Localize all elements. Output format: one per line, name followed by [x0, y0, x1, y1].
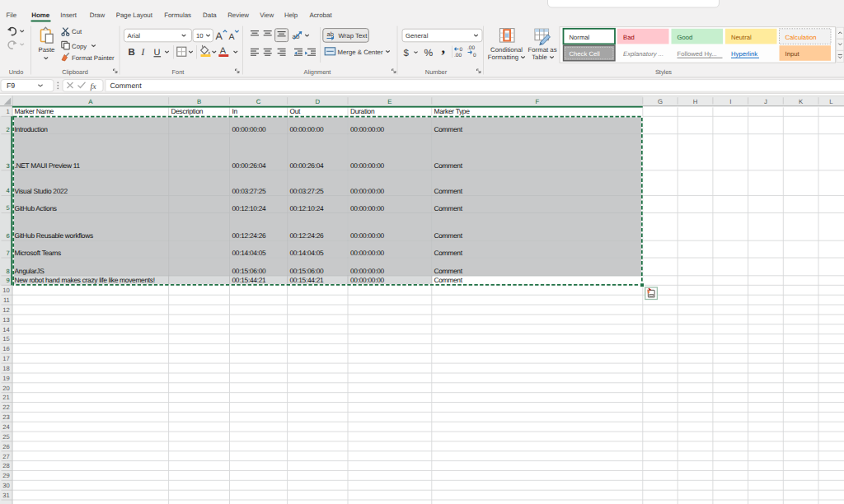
svg-text:Visual Studio 2022: Visual Studio 2022	[15, 187, 68, 195]
svg-text:Paste: Paste	[39, 46, 55, 54]
svg-text:31: 31	[2, 492, 9, 499]
svg-text:00:00:00:00: 00:00:00:00	[350, 187, 385, 195]
svg-text:Page Layout: Page Layout	[116, 12, 153, 19]
svg-text:24: 24	[2, 423, 9, 431]
svg-text:00:12:10:24: 00:12:10:24	[290, 204, 325, 212]
svg-text:00:15:44:21: 00:15:44:21	[290, 276, 325, 284]
svg-text:Font: Font	[172, 68, 185, 76]
svg-text:00:12:24:26: 00:12:24:26	[232, 231, 267, 240]
svg-text:Comment: Comment	[434, 204, 463, 212]
svg-text:A: A	[229, 32, 235, 42]
svg-text:,: ,	[442, 40, 446, 56]
svg-text:Format as: Format as	[528, 46, 556, 54]
svg-text:Review: Review	[227, 12, 249, 19]
svg-text:Cut: Cut	[72, 28, 82, 35]
svg-text:00:00:00:00: 00:00:00:00	[350, 125, 385, 133]
svg-text:E: E	[387, 98, 392, 105]
svg-text:00:03:27:25: 00:03:27:25	[232, 187, 267, 195]
svg-text:Comment: Comment	[434, 276, 463, 284]
svg-text:00:15:44:21: 00:15:44:21	[232, 276, 267, 284]
svg-text:14: 14	[2, 326, 9, 334]
svg-text:A: A	[216, 30, 223, 42]
svg-text:View: View	[260, 12, 274, 19]
svg-text:00:00:00:00: 00:00:00:00	[350, 204, 385, 212]
svg-text:Formatting: Formatting	[488, 54, 518, 61]
svg-text:Arial: Arial	[128, 32, 141, 40]
svg-text:7: 7	[7, 250, 10, 257]
svg-text:Normal: Normal	[570, 34, 590, 41]
svg-text:B: B	[197, 98, 201, 105]
svg-text:AngularJS: AngularJS	[15, 267, 45, 275]
svg-text:29: 29	[2, 472, 9, 479]
svg-text:00:03:27:25: 00:03:27:25	[290, 187, 325, 195]
svg-text:23: 23	[2, 413, 9, 421]
svg-text:Alignment: Alignment	[304, 68, 331, 76]
svg-text:Neutral: Neutral	[731, 34, 752, 41]
svg-text:Conditional: Conditional	[490, 46, 523, 54]
svg-text:00:00:26:04: 00:00:26:04	[290, 161, 325, 170]
svg-text:22: 22	[2, 404, 9, 411]
svg-text:Styles: Styles	[655, 68, 672, 76]
svg-text:Merge & Center: Merge & Center	[338, 49, 383, 56]
svg-text:0: 0	[473, 53, 476, 58]
svg-text:20: 20	[2, 385, 9, 392]
svg-text:Comment: Comment	[434, 231, 463, 240]
svg-text:00:00:00:00: 00:00:00:00	[350, 267, 385, 275]
svg-text:General: General	[406, 32, 429, 40]
svg-text:U: U	[154, 48, 161, 58]
svg-text:30: 30	[2, 482, 9, 489]
svg-text:Input: Input	[785, 50, 800, 58]
svg-text:00:00:00:00: 00:00:00:00	[232, 125, 267, 133]
svg-text:00:15:06:00: 00:15:06:00	[290, 267, 325, 275]
svg-text:21: 21	[2, 394, 9, 401]
svg-text:File: File	[6, 12, 16, 19]
svg-text:A: A	[88, 98, 93, 105]
svg-text:Comment: Comment	[434, 249, 463, 257]
svg-text:I: I	[729, 98, 731, 105]
svg-text:Format Painter: Format Painter	[72, 54, 115, 62]
svg-text:Hyperlink: Hyperlink	[731, 50, 757, 58]
svg-text:.00: .00	[454, 53, 462, 58]
svg-text:00:14:04:05: 00:14:04:05	[232, 249, 267, 257]
svg-text:L: L	[829, 98, 833, 105]
svg-text:F9: F9	[7, 82, 15, 90]
svg-text:J: J	[764, 98, 767, 105]
svg-text:Comment: Comment	[434, 267, 463, 275]
svg-text:C: C	[256, 98, 261, 105]
svg-text:00:00:00:00: 00:00:00:00	[350, 249, 385, 257]
svg-text:15: 15	[2, 335, 9, 343]
svg-text:19: 19	[2, 375, 9, 382]
svg-text:fx: fx	[91, 82, 97, 91]
svg-text:Number: Number	[425, 68, 448, 76]
svg-text:Marker Type: Marker Type	[434, 107, 471, 115]
svg-text:Comment: Comment	[434, 125, 463, 133]
svg-text:00:00:00:00: 00:00:00:00	[350, 231, 385, 240]
svg-text:.00: .00	[467, 45, 475, 51]
svg-text:27: 27	[2, 453, 9, 460]
svg-text:G: G	[658, 98, 663, 105]
svg-text:Explanatory ...: Explanatory ...	[623, 50, 663, 58]
svg-text:4: 4	[7, 187, 10, 194]
svg-text:F: F	[535, 98, 539, 105]
svg-text:Introduction: Introduction	[15, 125, 49, 133]
svg-text:Comment: Comment	[434, 187, 463, 195]
svg-text:GitHub Actions: GitHub Actions	[15, 204, 57, 212]
svg-text:Bad: Bad	[623, 34, 635, 41]
svg-text:Copy: Copy	[72, 43, 87, 50]
svg-text:Data: Data	[203, 12, 217, 19]
svg-text:Help: Help	[284, 12, 298, 19]
svg-text:Microsoft Teams: Microsoft Teams	[15, 249, 61, 257]
svg-text:Out: Out	[290, 107, 302, 115]
svg-text:00:12:24:26: 00:12:24:26	[290, 231, 325, 240]
svg-text:00:14:04:05: 00:14:04:05	[290, 249, 325, 257]
svg-text:Wrap Text: Wrap Text	[339, 32, 368, 40]
svg-text:00:00:00:00: 00:00:00:00	[350, 276, 385, 284]
svg-text:26: 26	[2, 443, 9, 450]
svg-text:Followed Hy...: Followed Hy...	[678, 50, 717, 58]
svg-text:00:00:00:00: 00:00:00:00	[350, 161, 385, 170]
svg-text:K: K	[799, 98, 804, 105]
svg-text:1: 1	[7, 108, 10, 115]
svg-text:Good: Good	[678, 34, 693, 41]
svg-text:10: 10	[2, 287, 9, 294]
svg-text:16: 16	[2, 345, 9, 352]
